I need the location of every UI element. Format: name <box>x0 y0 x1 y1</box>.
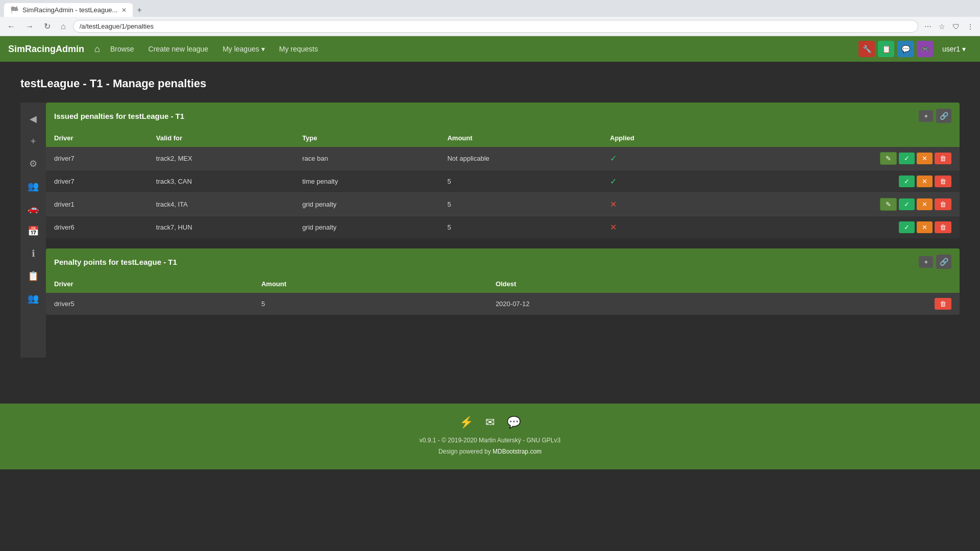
issued-penalties-actions: + 🔗 <box>919 109 951 123</box>
url-text: /a/testLeague/1/penalties <box>80 22 912 30</box>
confirm-penalty-btn[interactable]: ✓ <box>899 221 915 233</box>
active-tab[interactable]: 🏁 SimRacingAdmin - testLeague... ✕ <box>4 3 133 17</box>
confirm-penalty-btn[interactable]: ✓ <box>899 176 915 187</box>
cell-pp-oldest: 2020-07-12 <box>487 293 772 315</box>
issued-penalties-title: Issued penalties for testLeague - T1 <box>54 112 184 120</box>
sidebar-car-icon[interactable]: 🚗 <box>23 198 43 219</box>
tab-bar: 🏁 SimRacingAdmin - testLeague... ✕ + <box>0 0 980 17</box>
link-icon: 🔗 <box>940 112 948 120</box>
cell-valid-for: track2, MEX <box>148 147 294 170</box>
sidebar-back-icon[interactable]: ◀ <box>23 109 43 129</box>
cancel-penalty-btn[interactable]: ✕ <box>917 176 933 187</box>
nav-create-league[interactable]: Create new league <box>142 41 215 57</box>
applied-check-icon: ✓ <box>610 177 617 186</box>
navbar-btn-green[interactable]: 📋 <box>878 41 894 57</box>
col-pp-oldest: Oldest <box>487 275 772 293</box>
navbar-home-icon[interactable]: ⌂ <box>94 44 100 55</box>
new-tab-btn[interactable]: + <box>133 4 145 17</box>
cancel-penalty-btn[interactable]: ✕ <box>917 153 933 164</box>
browser-toolbar: ⋯ ☆ 🛡 ⋮ <box>922 21 976 32</box>
cell-type: time penalty <box>294 170 439 193</box>
sidebar: ◀ + ⚙ 👥 🚗 📅 ℹ 📋 👥 <box>20 103 46 358</box>
cancel-penalty-btn[interactable]: ✕ <box>917 198 933 210</box>
col-pp-driver: Driver <box>46 275 253 293</box>
penalty-points-tbody: driver5 5 2020-07-12 🗑 <box>46 293 960 315</box>
navbar-brand[interactable]: SimRacingAdmin <box>8 44 84 55</box>
main-layout: ◀ + ⚙ 👥 🚗 📅 ℹ 📋 👥 Issued penalties for t… <box>20 103 960 358</box>
add-issued-penalty-btn[interactable]: + <box>919 110 933 122</box>
penalty-points-header: Penalty points for testLeague - T1 + 🔗 <box>46 248 960 275</box>
cell-applied: ✕ <box>602 193 715 216</box>
penalty-points-actions: + 🔗 <box>919 255 951 269</box>
user-menu[interactable]: user1 ▾ <box>936 42 972 56</box>
sidebar-info-icon[interactable]: ℹ <box>23 243 43 264</box>
row-actions: ✎ ✓ ✕ 🗑 <box>723 198 951 211</box>
penalty-points-table-wrapper: Driver Amount Oldest driver5 5 2020-07-1… <box>46 275 960 315</box>
issued-penalties-hide-btn[interactable]: 🔗 <box>936 109 951 123</box>
table-row: driver5 5 2020-07-12 🗑 <box>46 293 960 315</box>
penalty-points-card: Penalty points for testLeague - T1 + 🔗 D… <box>46 248 960 315</box>
sidebar-team-icon[interactable]: 👥 <box>23 288 43 309</box>
footer-design: Design powered by MDBootstrap.com <box>12 446 968 458</box>
penalty-points-hide-btn[interactable]: 🔗 <box>936 255 951 269</box>
row-actions: ✓ ✕ 🗑 <box>723 176 951 187</box>
delete-penalty-btn[interactable]: 🗑 <box>935 176 951 187</box>
footer-mdbootstrap-link[interactable]: MDBootstrap.com <box>493 448 542 455</box>
table-row: driver1 track4, ITA grid penalty 5 ✕ ✎ ✓ <box>46 193 960 216</box>
cell-applied: ✓ <box>602 170 715 193</box>
applied-check-icon: ✓ <box>610 154 617 163</box>
nav-browse[interactable]: Browse <box>104 41 140 57</box>
footer-email-icon[interactable]: ✉ <box>485 416 495 429</box>
footer-gitlab-icon[interactable]: ⚡ <box>459 416 473 429</box>
footer-text: v0.9.1 - © 2019-2020 Martin Auterský - G… <box>12 435 968 457</box>
cancel-penalty-btn[interactable]: ✕ <box>917 221 933 233</box>
delete-penalty-btn[interactable]: 🗑 <box>935 221 951 233</box>
address-bar[interactable]: /a/testLeague/1/penalties <box>73 20 918 33</box>
back-btn[interactable]: ← <box>4 21 18 32</box>
row-actions: ✓ ✕ 🗑 <box>723 221 951 233</box>
navbar-btn-red[interactable]: 🔧 <box>859 41 875 57</box>
delete-penalty-btn[interactable]: 🗑 <box>935 153 951 164</box>
sidebar-calendar-icon[interactable]: 📅 <box>23 221 43 241</box>
issued-penalties-header-row: Driver Valid for Type Amount Applied <box>46 129 960 147</box>
row-actions: 🗑 <box>780 298 951 310</box>
sidebar-add-icon[interactable]: + <box>23 131 43 152</box>
navbar-btn-blue[interactable]: 💬 <box>897 41 914 57</box>
sidebar-list-icon[interactable]: 📋 <box>23 266 43 286</box>
tab-title: SimRacingAdmin - testLeague... <box>22 6 117 14</box>
edit-penalty-btn[interactable]: ✎ <box>880 152 897 165</box>
cell-amount: Not applicable <box>439 147 602 170</box>
address-bar-row: ← → ↻ ⌂ /a/testLeague/1/penalties ⋯ ☆ 🛡 … <box>0 17 980 36</box>
row-actions: ✎ ✓ ✕ 🗑 <box>723 152 951 165</box>
sidebar-settings-icon[interactable]: ⚙ <box>23 154 43 174</box>
footer-icons: ⚡ ✉ 💬 <box>12 416 968 429</box>
col-actions <box>715 129 960 147</box>
extensions-icon[interactable]: ⋯ <box>922 21 934 32</box>
delete-pp-btn[interactable]: 🗑 <box>935 298 951 310</box>
navbar-btn-purple[interactable]: 🎮 <box>917 41 933 57</box>
nav-my-leagues[interactable]: My leagues ▾ <box>216 41 271 57</box>
sidebar-drivers-icon[interactable]: 👥 <box>23 176 43 196</box>
nav-my-requests[interactable]: My requests <box>273 41 324 57</box>
browser-chrome: 🏁 SimRacingAdmin - testLeague... ✕ + ← →… <box>0 0 980 36</box>
tab-close-btn[interactable]: ✕ <box>121 7 127 14</box>
home-btn[interactable]: ⌂ <box>58 21 69 32</box>
penalty-points-title: Penalty points for testLeague - T1 <box>54 258 177 266</box>
cell-applied: ✕ <box>602 216 715 239</box>
cell-amount: 5 <box>439 216 602 239</box>
confirm-penalty-btn[interactable]: ✓ <box>899 153 915 164</box>
footer-discord-icon[interactable]: 💬 <box>507 416 521 429</box>
menu-icon[interactable]: ⋮ <box>965 21 976 32</box>
penalty-points-header-row: Driver Amount Oldest <box>46 275 960 293</box>
cell-amount: 5 <box>439 193 602 216</box>
forward-btn[interactable]: → <box>22 21 37 32</box>
bookmark-icon[interactable]: ☆ <box>937 21 947 32</box>
refresh-btn[interactable]: ↻ <box>41 20 54 32</box>
delete-penalty-btn[interactable]: 🗑 <box>935 198 951 210</box>
col-pp-actions <box>772 275 960 293</box>
add-penalty-point-btn[interactable]: + <box>919 256 933 268</box>
cell-type: grid penalty <box>294 216 439 239</box>
app-navbar: SimRacingAdmin ⌂ Browse Create new leagu… <box>0 36 980 62</box>
edit-penalty-btn[interactable]: ✎ <box>880 198 897 211</box>
confirm-penalty-btn[interactable]: ✓ <box>899 198 915 210</box>
